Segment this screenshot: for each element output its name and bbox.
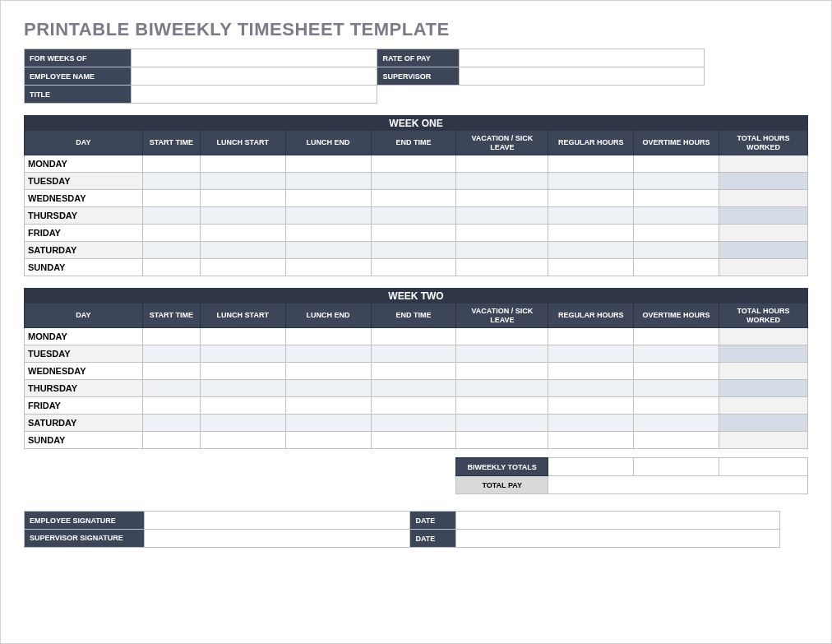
- cell[interactable]: [200, 397, 285, 415]
- cell[interactable]: [371, 432, 456, 449]
- cell[interactable]: [200, 328, 285, 345]
- cell[interactable]: [200, 363, 285, 380]
- cell[interactable]: [142, 225, 200, 242]
- cell[interactable]: [634, 225, 719, 242]
- cell[interactable]: [456, 363, 548, 380]
- cell[interactable]: [285, 432, 371, 449]
- cell[interactable]: [548, 207, 634, 225]
- cell[interactable]: [634, 242, 719, 259]
- supervisor-value[interactable]: [460, 67, 705, 86]
- cell[interactable]: [200, 380, 285, 397]
- cell[interactable]: [548, 345, 634, 363]
- cell[interactable]: [285, 380, 371, 397]
- cell[interactable]: [285, 397, 371, 415]
- cell[interactable]: [634, 207, 719, 225]
- cell[interactable]: [371, 397, 456, 415]
- cell[interactable]: [456, 415, 548, 432]
- cell[interactable]: [634, 328, 719, 345]
- cell[interactable]: [548, 155, 634, 173]
- cell[interactable]: [285, 363, 371, 380]
- cell[interactable]: [200, 207, 285, 225]
- rate-of-pay-value[interactable]: [460, 49, 705, 67]
- cell[interactable]: [285, 242, 371, 259]
- cell[interactable]: [548, 432, 634, 449]
- supervisor-signature-value[interactable]: [144, 530, 410, 548]
- cell[interactable]: [634, 415, 719, 432]
- cell[interactable]: [371, 328, 456, 345]
- cell[interactable]: [634, 345, 719, 363]
- cell[interactable]: [634, 155, 719, 173]
- cell[interactable]: [142, 207, 200, 225]
- cell[interactable]: [200, 432, 285, 449]
- cell[interactable]: [142, 242, 200, 259]
- cell[interactable]: [456, 225, 548, 242]
- cell[interactable]: [456, 259, 548, 276]
- supervisor-date-value[interactable]: [456, 530, 780, 548]
- cell[interactable]: [456, 328, 548, 345]
- cell[interactable]: [285, 225, 371, 242]
- cell[interactable]: [200, 259, 285, 276]
- cell[interactable]: [634, 380, 719, 397]
- cell[interactable]: [371, 173, 456, 190]
- cell[interactable]: [142, 259, 200, 276]
- cell[interactable]: [142, 432, 200, 449]
- cell[interactable]: [456, 190, 548, 207]
- cell[interactable]: [142, 345, 200, 363]
- cell[interactable]: [456, 207, 548, 225]
- cell[interactable]: [548, 190, 634, 207]
- cell[interactable]: [456, 397, 548, 415]
- cell[interactable]: [371, 155, 456, 173]
- cell[interactable]: [200, 190, 285, 207]
- cell[interactable]: [371, 380, 456, 397]
- cell[interactable]: [285, 173, 371, 190]
- cell[interactable]: [548, 225, 634, 242]
- cell[interactable]: [142, 190, 200, 207]
- cell[interactable]: [634, 259, 719, 276]
- employee-name-value[interactable]: [131, 67, 377, 86]
- cell[interactable]: [456, 432, 548, 449]
- cell[interactable]: [548, 242, 634, 259]
- cell[interactable]: [371, 415, 456, 432]
- cell[interactable]: [371, 207, 456, 225]
- cell[interactable]: [548, 363, 634, 380]
- cell[interactable]: [285, 207, 371, 225]
- cell[interactable]: [142, 415, 200, 432]
- cell[interactable]: [371, 259, 456, 276]
- cell[interactable]: [200, 173, 285, 190]
- cell[interactable]: [634, 190, 719, 207]
- cell[interactable]: [285, 259, 371, 276]
- cell[interactable]: [285, 415, 371, 432]
- cell[interactable]: [456, 242, 548, 259]
- cell[interactable]: [200, 225, 285, 242]
- cell[interactable]: [142, 397, 200, 415]
- cell[interactable]: [634, 363, 719, 380]
- cell[interactable]: [548, 415, 634, 432]
- cell[interactable]: [371, 190, 456, 207]
- cell[interactable]: [142, 363, 200, 380]
- cell[interactable]: [200, 345, 285, 363]
- cell[interactable]: [548, 380, 634, 397]
- cell[interactable]: [548, 397, 634, 415]
- employee-signature-value[interactable]: [144, 512, 410, 530]
- cell[interactable]: [371, 225, 456, 242]
- cell[interactable]: [200, 242, 285, 259]
- cell[interactable]: [371, 345, 456, 363]
- cell[interactable]: [456, 173, 548, 190]
- cell[interactable]: [285, 328, 371, 345]
- cell[interactable]: [548, 173, 634, 190]
- cell[interactable]: [200, 415, 285, 432]
- cell[interactable]: [634, 397, 719, 415]
- cell[interactable]: [371, 363, 456, 380]
- cell[interactable]: [285, 155, 371, 173]
- cell[interactable]: [548, 328, 634, 345]
- cell[interactable]: [456, 155, 548, 173]
- cell[interactable]: [142, 155, 200, 173]
- title-value[interactable]: [131, 86, 377, 104]
- cell[interactable]: [285, 345, 371, 363]
- cell[interactable]: [634, 173, 719, 190]
- cell[interactable]: [142, 328, 200, 345]
- cell[interactable]: [371, 242, 456, 259]
- for-weeks-of-value[interactable]: [131, 49, 377, 67]
- cell[interactable]: [456, 345, 548, 363]
- cell[interactable]: [200, 155, 285, 173]
